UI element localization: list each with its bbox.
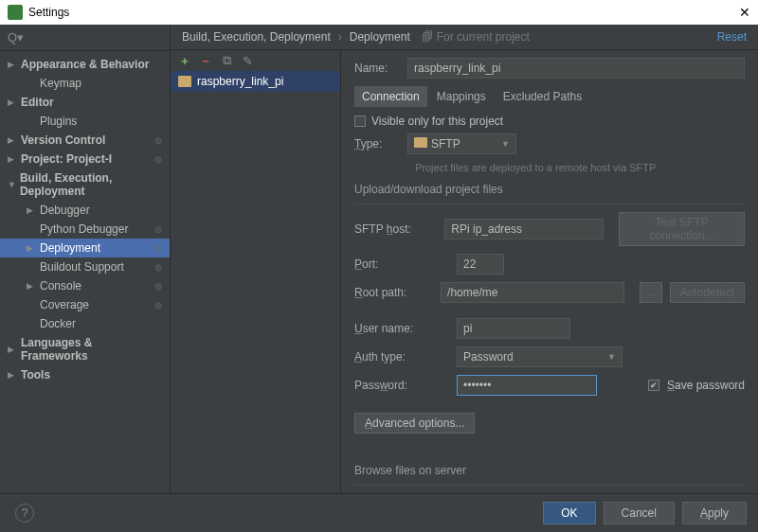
add-server-icon[interactable]: + [178,54,191,67]
visible-only-label: Visible only for this project [371,115,503,128]
tree-item-version-control[interactable]: Version Control⊚ [0,131,170,150]
deployment-form: Name: Connection Mappings Excluded Paths… [341,50,758,493]
port-input[interactable] [457,254,504,275]
chevron-right-icon [8,98,17,107]
project-scope-icon: ⊚ [154,135,162,146]
app-icon [8,5,23,20]
chevron-down-icon: ▼ [501,139,510,149]
chevron-right-icon: › [338,30,342,44]
crumb-deployment[interactable]: Deployment [350,30,410,44]
tree-item-tools[interactable]: Tools [0,365,170,384]
project-scope-icon: ⊚ [154,262,162,273]
chevron-right-icon [8,370,17,380]
close-icon[interactable]: ✕ [739,5,750,20]
window-title: Settings [28,6,69,19]
tree-item-label: Editor [21,96,54,109]
password-input[interactable] [457,375,597,396]
type-hint: Project files are deployed to a remote h… [415,162,745,173]
chevron-right-icon [27,281,36,291]
tree-item-python-debugger[interactable]: Python Debugger⊚ [0,220,170,239]
tree-item-keymap[interactable]: Keymap [0,74,170,93]
auth-type-label: Auth type: [354,350,449,364]
project-scope-icon: 🗐 [422,30,433,44]
settings-sidebar: Q▾ Appearance & BehaviorKeymapEditorPlug… [0,25,171,493]
cancel-button[interactable]: Cancel [604,502,675,524]
help-button[interactable]: ? [15,504,34,523]
root-path-label: Root path: [354,286,433,299]
tree-item-languages-frameworks[interactable]: Languages & Frameworks [0,333,170,365]
tree-item-editor[interactable]: Editor [0,93,170,112]
project-scope-icon: ⊚ [154,154,162,165]
servers-panel: + − ⧉ ✎ raspberry_link_pi [171,50,341,493]
chevron-right-icon [27,243,36,253]
server-list-item[interactable]: raspberry_link_pi [171,71,340,92]
tree-item-label: Keymap [40,77,81,90]
save-password-checkbox[interactable] [648,380,659,391]
tree-item-label: Appearance & Behavior [21,58,149,71]
content-header: Build, Execution, Deployment › Deploymen… [171,25,758,50]
tree-item-label: Tools [21,368,50,381]
tab-excluded-paths[interactable]: Excluded Paths [496,86,589,107]
type-label: Type: [354,137,400,151]
tree-item-plugins[interactable]: Plugins [0,112,170,131]
project-scope-icon: ⊚ [154,300,162,310]
visible-only-checkbox[interactable] [354,115,366,127]
name-label: Name: [354,62,400,75]
project-scope-icon: ⊚ [154,281,162,292]
chevron-right-icon [8,60,17,69]
tree-item-label: Project: Project-I [21,152,112,166]
tab-connection[interactable]: Connection [354,86,427,107]
sftp-host-input[interactable] [444,219,604,239]
username-input[interactable] [457,318,570,339]
remove-server-icon[interactable]: − [199,54,212,67]
chevron-down-icon [8,180,16,189]
advanced-options-button[interactable]: Advanced options... [354,413,475,434]
tree-item-label: Console [40,279,81,293]
rename-server-icon[interactable]: ✎ [241,54,254,67]
chevron-right-icon [27,205,36,215]
tree-item-coverage[interactable]: Coverage⊚ [0,295,170,314]
tree-item-label: Buildout Support [40,260,124,274]
tree-item-label: Languages & Frameworks [21,336,162,363]
copy-server-icon[interactable]: ⧉ [220,54,233,67]
port-label: Port: [354,257,449,271]
apply-button[interactable]: Apply [682,502,747,524]
tree-item-label: Deployment [40,241,100,255]
tab-mappings[interactable]: Mappings [429,86,494,107]
project-scope-icon: ⊚ [154,224,162,235]
tree-item-docker[interactable]: Docker [0,314,170,333]
tree-item-build-execution-deployment[interactable]: Build, Execution, Deployment [0,168,170,201]
auth-type-select[interactable]: Password ▼ [457,346,623,367]
server-name-label: raspberry_link_pi [197,75,283,88]
tree-item-label: Coverage [40,298,89,311]
upload-group-title: Upload/download project files [354,183,745,196]
tree-item-label: Version Control [21,133,105,147]
name-input[interactable] [407,58,745,79]
type-select[interactable]: SFTP ▼ [407,133,516,154]
crumb-build[interactable]: Build, Execution, Deployment [182,30,331,44]
tree-item-label: Plugins [40,115,77,128]
autodetect-button[interactable]: Autodetect [670,282,745,303]
search-input[interactable]: Q▾ [0,25,170,51]
group-divider [354,204,745,204]
chevron-right-icon [8,154,17,164]
password-label: Password: [354,379,449,392]
reset-link[interactable]: Reset [717,30,747,44]
sftp-host-label: SFTP host: [354,222,437,236]
username-label: User name: [354,322,449,335]
tree-item-label: Python Debugger [40,222,128,236]
tree-item-label: Build, Execution, Deployment [20,171,162,198]
server-folder-icon [178,76,191,87]
tree-item-project-project-i[interactable]: Project: Project-I⊚ [0,150,170,168]
root-path-input[interactable] [441,282,624,303]
tree-item-buildout-support[interactable]: Buildout Support⊚ [0,257,170,276]
chevron-down-icon: ▼ [607,352,616,362]
test-sftp-button[interactable]: Test SFTP connection... [619,212,745,246]
breadcrumb: Build, Execution, Deployment › Deploymen… [182,30,410,44]
tree-item-deployment[interactable]: Deployment⊚ [0,239,170,257]
tree-item-debugger[interactable]: Debugger [0,201,170,220]
ok-button[interactable]: OK [543,502,595,524]
browse-root-button[interactable]: ... [640,282,662,303]
tree-item-appearance-behavior[interactable]: Appearance & Behavior [0,55,170,74]
tree-item-console[interactable]: Console⊚ [0,276,170,295]
